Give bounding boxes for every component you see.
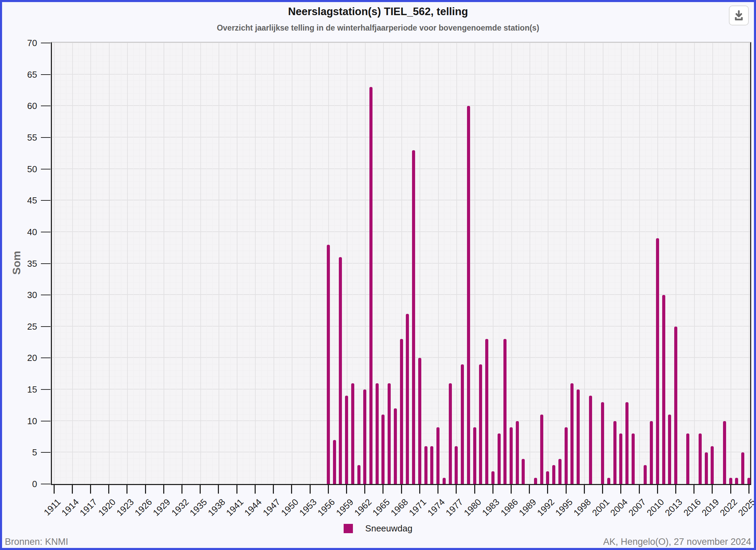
bar-1969[interactable]	[406, 314, 409, 484]
x-axis-tick	[566, 485, 567, 494]
bar-1980[interactable]	[473, 427, 476, 484]
y-axis-tick	[41, 389, 51, 390]
bar-2015[interactable]	[686, 433, 689, 484]
bar-1968[interactable]	[400, 339, 403, 484]
gridline-vertical	[737, 43, 737, 484]
bar-1971[interactable]	[418, 358, 421, 484]
bar-2011[interactable]	[662, 295, 665, 484]
bar-1987[interactable]	[516, 421, 519, 484]
gridline-vertical	[200, 43, 201, 484]
bar-2025[interactable]	[747, 478, 751, 484]
y-axis-tick	[41, 263, 51, 264]
bar-2006[interactable]	[632, 433, 635, 484]
bar-2003[interactable]	[613, 421, 616, 484]
bar-2002[interactable]	[607, 478, 610, 484]
y-axis-label: 55	[4, 132, 37, 143]
bar-1979[interactable]	[467, 106, 470, 484]
bar-1993[interactable]	[552, 465, 555, 484]
gridline-vertical	[225, 43, 225, 484]
bar-1985[interactable]	[503, 339, 507, 484]
y-axis-tick	[41, 452, 51, 453]
bar-1959[interactable]	[345, 396, 348, 484]
x-axis-tick	[675, 485, 676, 494]
y-axis-label: 20	[4, 353, 37, 363]
bar-1996[interactable]	[570, 383, 574, 484]
gridline-vertical	[279, 43, 280, 484]
gridline-vertical	[426, 43, 426, 484]
bar-1986[interactable]	[510, 427, 513, 484]
bar-2009[interactable]	[650, 421, 653, 484]
bar-1997[interactable]	[577, 389, 580, 484]
bar-1965[interactable]	[381, 415, 385, 484]
gridline-vertical	[72, 43, 73, 484]
bar-2019[interactable]	[711, 446, 714, 484]
bar-1970[interactable]	[412, 150, 415, 484]
bar-1964[interactable]	[376, 383, 379, 484]
bar-1994[interactable]	[558, 459, 562, 484]
bar-2023[interactable]	[735, 478, 738, 484]
bar-1976[interactable]	[449, 383, 452, 484]
bar-1963[interactable]	[369, 87, 373, 484]
bar-2022[interactable]	[729, 478, 732, 484]
bar-1961[interactable]	[357, 465, 360, 484]
bar-2017[interactable]	[699, 433, 702, 484]
bar-2024[interactable]	[741, 452, 744, 484]
gridline-vertical	[139, 43, 140, 484]
bar-1967[interactable]	[394, 408, 397, 484]
x-axis-tick	[145, 485, 146, 494]
gridline-vertical	[310, 43, 311, 484]
bar-1960[interactable]	[351, 383, 354, 484]
gridline-vertical	[493, 43, 493, 484]
bar-1988[interactable]	[522, 459, 525, 484]
bar-1978[interactable]	[461, 364, 464, 484]
bar-1995[interactable]	[565, 427, 568, 484]
bar-2010[interactable]	[656, 238, 659, 484]
x-axis-tick	[291, 485, 292, 494]
gridline-vertical	[176, 43, 176, 484]
gridline-vertical	[207, 43, 207, 484]
y-axis-label: 60	[4, 101, 37, 111]
bar-1973[interactable]	[430, 446, 433, 484]
bar-1958[interactable]	[339, 257, 342, 484]
bar-1990[interactable]	[534, 478, 537, 484]
gridline-vertical	[219, 43, 219, 484]
y-axis-tick	[41, 106, 51, 106]
bar-2004[interactable]	[619, 433, 622, 484]
bar-1999[interactable]	[589, 396, 592, 484]
gridline-vertical	[749, 43, 749, 484]
x-axis-tick	[90, 485, 91, 494]
gridline-vertical	[432, 43, 432, 484]
bar-1972[interactable]	[424, 446, 427, 484]
bar-2013[interactable]	[674, 327, 677, 484]
bar-1957[interactable]	[333, 440, 336, 484]
bar-1974[interactable]	[436, 427, 440, 484]
gridline-vertical	[584, 43, 585, 484]
download-button[interactable]	[729, 6, 749, 25]
bar-1984[interactable]	[498, 433, 501, 484]
bar-2012[interactable]	[668, 415, 671, 484]
legend-swatch-sneeuwdag	[344, 524, 353, 533]
bar-2001[interactable]	[601, 402, 604, 484]
bar-1981[interactable]	[479, 364, 482, 484]
bar-2005[interactable]	[625, 402, 629, 484]
gridline-vertical	[212, 43, 213, 484]
bar-1962[interactable]	[363, 389, 366, 484]
gridline-vertical	[682, 43, 682, 484]
bar-1983[interactable]	[491, 471, 494, 484]
gridline-vertical	[85, 43, 85, 484]
bar-1982[interactable]	[485, 339, 488, 484]
bar-2018[interactable]	[705, 452, 708, 484]
bar-1956[interactable]	[327, 245, 330, 484]
bar-1991[interactable]	[540, 415, 543, 484]
bar-2021[interactable]	[723, 421, 726, 484]
y-axis-tick	[41, 200, 51, 201]
bar-1966[interactable]	[388, 383, 391, 484]
bar-1975[interactable]	[443, 478, 446, 484]
footer-source: Bronnen: KNMI	[5, 537, 68, 547]
bar-1977[interactable]	[455, 446, 458, 484]
x-axis-tick	[382, 485, 383, 494]
x-axis-tick	[712, 485, 713, 494]
bar-2008[interactable]	[644, 465, 647, 484]
bar-1992[interactable]	[546, 471, 549, 484]
download-icon	[733, 10, 745, 21]
